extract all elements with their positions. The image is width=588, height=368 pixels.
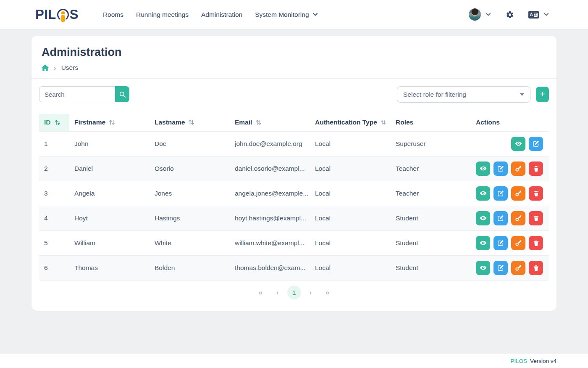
edit-user-button[interactable] bbox=[529, 137, 543, 151]
chevron-down-icon bbox=[520, 93, 524, 96]
view-user-button[interactable] bbox=[476, 236, 490, 250]
pagination-prev-button[interactable]: ‹ bbox=[270, 286, 285, 300]
cell-email: william.white@exampl... bbox=[230, 230, 310, 255]
filter-group: Select role for filtering + bbox=[397, 86, 549, 103]
column-header-authentication-type[interactable]: Authentication Type bbox=[310, 114, 391, 131]
search-group bbox=[39, 86, 129, 102]
card-body: Select role for filtering + ID bbox=[32, 79, 556, 311]
cell-id: 1 bbox=[39, 131, 69, 156]
pagination-last-button[interactable]: » bbox=[320, 286, 335, 300]
trash-icon bbox=[533, 240, 539, 246]
cell-email: hoyt.hastings@exampl... bbox=[230, 206, 310, 230]
cell-email: thomas.bolden@exam... bbox=[230, 255, 310, 280]
table-row: 6 Thomas Bolden thomas.bolden@exam... Lo… bbox=[39, 255, 549, 280]
view-user-button[interactable] bbox=[511, 137, 525, 151]
table-row: 1 John Doe john.doe@example.org Local Su… bbox=[39, 131, 549, 156]
edit-user-button[interactable] bbox=[494, 186, 508, 201]
user-menu-chevron-icon[interactable] bbox=[486, 13, 491, 16]
column-header-firstname[interactable]: Firstname bbox=[69, 114, 150, 131]
view-user-button[interactable] bbox=[476, 261, 490, 275]
key-icon bbox=[515, 214, 522, 222]
column-header-lastname[interactable]: Lastname bbox=[150, 114, 230, 131]
page-content: Administration › Users bbox=[0, 29, 588, 354]
pagination-next-button[interactable]: › bbox=[304, 286, 318, 300]
reset-password-button[interactable] bbox=[511, 161, 525, 176]
sort-icon bbox=[109, 119, 115, 125]
delete-user-button[interactable] bbox=[529, 211, 543, 225]
add-user-button[interactable]: + bbox=[536, 87, 549, 102]
table-toolbar: Select role for filtering + bbox=[39, 86, 549, 103]
table-row: 2 Daniel Osorio daniel.osorio@exampl... … bbox=[39, 156, 549, 181]
footer-brand-link[interactable]: PILOS bbox=[510, 358, 527, 364]
page-title: Administration bbox=[42, 46, 546, 59]
delete-user-button[interactable] bbox=[529, 261, 543, 275]
gear-icon[interactable] bbox=[506, 11, 514, 19]
edit-user-button[interactable] bbox=[494, 236, 508, 250]
role-filter-select[interactable]: Select role for filtering bbox=[397, 86, 530, 103]
cell-firstname: Daniel bbox=[69, 156, 150, 181]
column-header-actions: Actions bbox=[471, 114, 549, 131]
cell-auth-type: Local bbox=[310, 131, 391, 156]
edit-user-button[interactable] bbox=[494, 211, 508, 225]
table-row: 5 William White william.white@exampl... … bbox=[39, 230, 549, 255]
cell-auth-type: Local bbox=[310, 156, 391, 181]
column-header-id[interactable]: ID bbox=[39, 114, 69, 131]
delete-user-button[interactable] bbox=[529, 186, 543, 201]
view-user-button[interactable] bbox=[476, 211, 490, 225]
cell-lastname: Doe bbox=[150, 131, 230, 156]
breadcrumb-separator-icon: › bbox=[54, 64, 56, 71]
edit-user-button[interactable] bbox=[494, 161, 508, 176]
cell-roles: Student bbox=[391, 255, 471, 280]
language-chevron-icon bbox=[544, 13, 549, 16]
user-avatar[interactable] bbox=[469, 8, 481, 21]
cell-roles: Student bbox=[391, 206, 471, 230]
reset-password-button[interactable] bbox=[511, 261, 525, 275]
view-user-button[interactable] bbox=[476, 186, 490, 201]
trash-icon bbox=[533, 190, 539, 197]
language-selector[interactable]: A文 bbox=[528, 11, 549, 19]
edit-user-button[interactable] bbox=[494, 261, 508, 275]
delete-user-button[interactable] bbox=[529, 236, 543, 250]
main-navigation: Rooms Running meetings Administration Sy… bbox=[103, 8, 318, 21]
admin-card: Administration › Users bbox=[32, 36, 556, 311]
edit-icon bbox=[497, 215, 504, 222]
table-row: 4 Hoyt Hastings hoyt.hastings@exampl... … bbox=[39, 206, 549, 230]
search-input[interactable] bbox=[39, 86, 115, 102]
sort-ascending-icon bbox=[55, 119, 60, 125]
cell-lastname: Osorio bbox=[150, 156, 230, 181]
sort-icon bbox=[256, 119, 261, 125]
reset-password-button[interactable] bbox=[511, 186, 525, 201]
cell-firstname: Hoyt bbox=[69, 206, 150, 230]
reset-password-button[interactable] bbox=[511, 236, 525, 250]
cell-roles: Student bbox=[391, 230, 471, 255]
eye-icon bbox=[480, 190, 487, 197]
pilos-logo[interactable]: PIL S bbox=[35, 7, 79, 22]
edit-icon bbox=[497, 165, 504, 172]
cell-actions bbox=[471, 206, 549, 230]
nav-item-rooms[interactable]: Rooms bbox=[103, 8, 123, 21]
nav-item-system-monitoring[interactable]: System Monitoring bbox=[255, 8, 317, 21]
cell-auth-type: Local bbox=[310, 206, 391, 230]
nav-item-administration[interactable]: Administration bbox=[201, 8, 242, 21]
sort-icon bbox=[189, 119, 194, 125]
column-header-email[interactable]: Email bbox=[230, 114, 310, 131]
trash-icon bbox=[533, 265, 539, 271]
view-user-button[interactable] bbox=[476, 161, 490, 176]
key-icon bbox=[515, 165, 522, 172]
cell-lastname: White bbox=[150, 230, 230, 255]
cell-email: john.doe@example.org bbox=[230, 131, 310, 156]
nav-item-running-meetings[interactable]: Running meetings bbox=[136, 8, 189, 21]
pagination-page-1-button[interactable]: 1 bbox=[287, 286, 301, 299]
cell-email: angela.jones@example... bbox=[230, 181, 310, 206]
pagination-first-button[interactable]: « bbox=[254, 286, 268, 300]
users-table: ID Firstname Lastname bbox=[39, 114, 549, 281]
cell-id: 6 bbox=[39, 255, 69, 280]
role-filter-placeholder: Select role for filtering bbox=[403, 91, 466, 98]
search-button[interactable] bbox=[115, 86, 129, 102]
delete-user-button[interactable] bbox=[529, 161, 543, 176]
home-icon[interactable] bbox=[42, 64, 49, 71]
reset-password-button[interactable] bbox=[511, 211, 525, 225]
eye-icon bbox=[480, 264, 487, 271]
cell-id: 3 bbox=[39, 181, 69, 206]
cell-roles: Teacher bbox=[391, 181, 471, 206]
